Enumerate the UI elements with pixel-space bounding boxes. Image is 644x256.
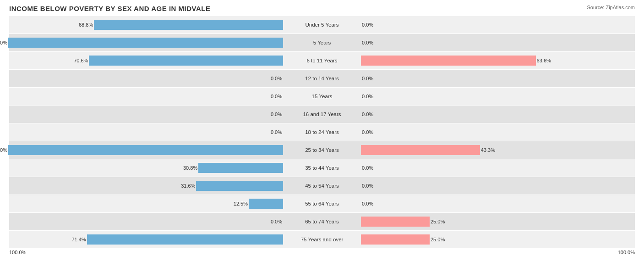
right-section: 43.3% (360, 141, 635, 159)
male-bar-label: 0.0% (271, 219, 282, 224)
left-section: 12.5% (9, 195, 284, 212)
bar-row: 0.0%16 and 17 Years0.0% (9, 106, 635, 123)
female-bar-label: 0.0% (362, 111, 373, 117)
left-section: 100.0% (9, 34, 284, 51)
right-section: 0.0% (360, 88, 635, 105)
row-label: 18 to 24 Years (284, 129, 360, 135)
female-bar-label: 0.0% (362, 22, 373, 28)
left-section: 70.6% (9, 52, 284, 69)
female-bar-label: 63.6% (537, 58, 551, 63)
row-label: 75 Years and over (284, 237, 360, 242)
bar-row: 70.6%6 to 11 Years63.6% (9, 52, 635, 69)
right-section: 0.0% (360, 106, 635, 123)
row-label: 55 to 64 Years (284, 201, 360, 206)
male-bar-label: 0.0% (271, 94, 282, 99)
axis-right: 100.0% (618, 250, 635, 255)
female-bar-label: 0.0% (362, 165, 373, 171)
male-bar (196, 181, 283, 191)
female-bar-label: 0.0% (362, 129, 373, 135)
female-bar (361, 56, 536, 66)
bar-row: 68.8%Under 5 Years0.0% (9, 16, 635, 33)
row-label: 12 to 14 Years (284, 76, 360, 81)
left-section: 0.0% (9, 213, 284, 230)
male-bar-label: 68.8% (79, 22, 93, 28)
right-section: 0.0% (360, 34, 635, 51)
rows-area: 68.8%Under 5 Years0.0%100.0%5 Years0.0%7… (9, 16, 635, 248)
male-bar-label: 0.0% (271, 76, 282, 81)
bar-row: 0.0%15 Years0.0% (9, 88, 635, 105)
male-bar-label: 100.0% (0, 40, 7, 45)
axis-labels: 100.0% 100.0% (9, 249, 635, 256)
female-bar (361, 217, 430, 227)
left-section: 0.0% (9, 123, 284, 141)
right-section: 0.0% (360, 195, 635, 212)
male-bar (8, 38, 283, 48)
male-bar (249, 199, 283, 209)
male-bar-label: 0.0% (271, 111, 282, 117)
right-section: 0.0% (360, 123, 635, 141)
source-text: Source: ZipAtlas.com (587, 5, 635, 10)
female-bar (361, 145, 480, 155)
row-label: 6 to 11 Years (284, 58, 360, 63)
left-section: 31.6% (9, 177, 284, 195)
axis-left: 100.0% (9, 250, 26, 255)
bar-row: 30.8%35 to 44 Years0.0% (9, 159, 635, 177)
row-label: 5 Years (284, 40, 360, 45)
row-label: 45 to 54 Years (284, 183, 360, 189)
right-section: 0.0% (360, 177, 635, 195)
bar-row: 12.5%55 to 64 Years0.0% (9, 195, 635, 212)
female-bar-label: 0.0% (362, 201, 373, 206)
row-label: 35 to 44 Years (284, 165, 360, 171)
male-bar-label: 71.4% (71, 237, 86, 242)
row-label: 15 Years (284, 94, 360, 99)
left-section: 0.0% (9, 70, 284, 87)
left-section: 30.8% (9, 159, 284, 177)
chart-container: INCOME BELOW POVERTY BY SEX AND AGE IN M… (0, 0, 644, 256)
right-section: 0.0% (360, 159, 635, 177)
male-bar-label: 0.0% (271, 129, 282, 135)
bar-row: 71.4%75 Years and over25.0% (9, 231, 635, 248)
row-label: Under 5 Years (284, 22, 360, 28)
bar-row: 31.6%45 to 54 Years0.0% (9, 177, 635, 195)
male-bar (89, 56, 283, 66)
male-bar (87, 234, 283, 245)
right-section: 25.0% (360, 213, 635, 230)
right-section: 0.0% (360, 70, 635, 87)
male-bar-label: 100.0% (0, 147, 7, 153)
female-bar-label: 0.0% (362, 40, 373, 45)
left-section: 0.0% (9, 106, 284, 123)
left-section: 0.0% (9, 88, 284, 105)
bar-row: 0.0%12 to 14 Years0.0% (9, 70, 635, 87)
left-section: 100.0% (9, 141, 284, 159)
male-bar-label: 31.6% (181, 183, 195, 189)
female-bar (361, 234, 430, 245)
male-bar-label: 30.8% (183, 165, 197, 171)
bar-row: 0.0%18 to 24 Years0.0% (9, 123, 635, 141)
row-label: 65 to 74 Years (284, 219, 360, 224)
male-bar-label: 70.6% (74, 58, 88, 63)
female-bar-label: 0.0% (362, 94, 373, 99)
female-bar-label: 0.0% (362, 183, 373, 189)
bar-row: 0.0%65 to 74 Years25.0% (9, 213, 635, 230)
right-section: 63.6% (360, 52, 635, 69)
male-bar (94, 20, 283, 30)
male-bar (8, 145, 283, 155)
female-bar-label: 25.0% (431, 237, 445, 242)
male-bar (198, 163, 283, 173)
male-bar-label: 12.5% (234, 201, 248, 206)
row-label: 25 to 34 Years (284, 147, 360, 153)
right-section: 25.0% (360, 231, 635, 248)
female-bar-label: 43.3% (481, 147, 495, 153)
right-section: 0.0% (360, 16, 635, 33)
left-section: 68.8% (9, 16, 284, 33)
female-bar-label: 0.0% (362, 76, 373, 81)
bar-row: 100.0%25 to 34 Years43.3% (9, 141, 635, 159)
chart-title: INCOME BELOW POVERTY BY SEX AND AGE IN M… (9, 5, 635, 12)
row-label: 16 and 17 Years (284, 111, 360, 117)
left-section: 71.4% (9, 231, 284, 248)
female-bar-label: 25.0% (431, 219, 445, 224)
bar-row: 100.0%5 Years0.0% (9, 34, 635, 51)
